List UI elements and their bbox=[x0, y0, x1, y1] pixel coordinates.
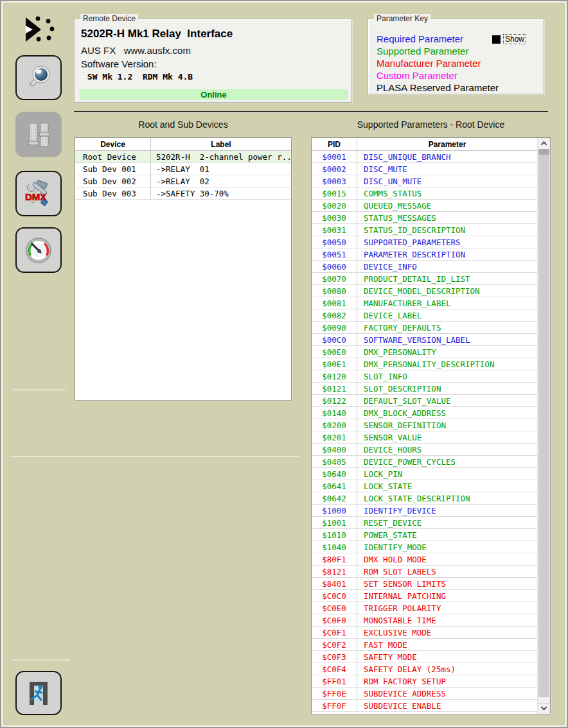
device-row[interactable]: Sub Dev 002->RELAY 02 bbox=[75, 175, 291, 187]
parameter-key-item: Custom Parameter bbox=[377, 69, 499, 82]
parameter-row[interactable]: $0640LOCK_PIN bbox=[312, 468, 537, 480]
pid-cell: $0080 bbox=[312, 285, 357, 297]
parameter-row[interactable]: $0002DISC_MUTE bbox=[312, 163, 537, 175]
parameter-row[interactable]: $00E1DMX_PERSONALITY_DESCRIPTION bbox=[312, 358, 537, 370]
pid-cell: $0050 bbox=[312, 236, 357, 248]
parameter-row[interactable]: $0051PARAMETER_DESCRIPTION bbox=[312, 248, 537, 261]
parameter-name-cell: LOCK_STATE bbox=[357, 481, 537, 491]
parameter-row[interactable]: $C0F0MONOSTABLE TIME bbox=[312, 614, 537, 627]
scrollbar-thumb[interactable] bbox=[538, 149, 549, 697]
parameter-row[interactable]: $1010POWER_STATE bbox=[312, 529, 537, 541]
parameter-name-cell: TRIGGER POLARITY bbox=[357, 603, 537, 613]
pid-cell: $C0E0 bbox=[312, 602, 357, 614]
parameter-row[interactable]: $1001RESET_DEVICE bbox=[312, 517, 537, 529]
parameter-row[interactable]: $1040IDENTIFY_MODE bbox=[312, 541, 537, 553]
parameter-name-cell: FACTORY_DEFAULTS bbox=[357, 323, 537, 333]
meter-button[interactable] bbox=[15, 227, 62, 273]
remote-device-group-title: Remote Device bbox=[80, 14, 138, 23]
parameter-row[interactable]: $0070PRODUCT_DETAIL_ID_LIST bbox=[312, 273, 537, 285]
device-label-cell: ->RELAY 02 bbox=[151, 177, 291, 186]
separator-line bbox=[13, 389, 66, 390]
parameter-row[interactable]: $0405DEVICE_POWER_CYCLES bbox=[312, 456, 537, 468]
parameters-table: PID Parameter $0001DISC_UNIQUE_BRANCH$00… bbox=[311, 137, 551, 715]
parameter-row[interactable]: $0050SUPPORTED_PARAMETERS bbox=[312, 236, 537, 248]
parameter-name-cell: DISC_MUTE bbox=[357, 164, 537, 174]
parameter-row[interactable]: $0122DEFAULT_SLOT_VALUE bbox=[312, 395, 537, 407]
remote-device-group: Remote Device 5202R-H Mk1 Relay Interfac… bbox=[74, 19, 352, 103]
scroll-up-arrow-icon[interactable] bbox=[538, 138, 550, 149]
parameter-row[interactable]: $8401SET SENSOR LIMITS bbox=[312, 578, 537, 590]
parameter-name-cell: SOFTWARE_VERSION_LABEL bbox=[357, 335, 537, 345]
pid-cell: $0405 bbox=[312, 456, 357, 467]
parameter-row[interactable]: $0641LOCK_STATE bbox=[312, 480, 537, 492]
parameter-row[interactable]: $C0C0INTERNAL PATCHING bbox=[312, 590, 537, 602]
pid-cell: $1000 bbox=[312, 505, 357, 516]
parameter-name-cell: SET SENSOR LIMITS bbox=[357, 579, 537, 589]
pid-cell: $1040 bbox=[312, 541, 357, 553]
pid-cell: $8121 bbox=[312, 566, 357, 577]
device-row[interactable]: Sub Dev 001->RELAY 01 bbox=[75, 163, 291, 175]
pid-cell: $0051 bbox=[312, 248, 357, 260]
parameter-row[interactable]: $C0F4SAFETY DELAY (25ms) bbox=[312, 663, 537, 675]
parameter-name-cell: IDENTIFY_DEVICE bbox=[357, 506, 537, 516]
pid-cell: $C0C0 bbox=[312, 590, 357, 602]
parameter-row[interactable]: $0121SLOT_DESCRIPTION bbox=[312, 383, 537, 395]
parameter-name-cell: DEVICE_INFO bbox=[357, 262, 537, 272]
discover-button[interactable] bbox=[15, 55, 62, 100]
dmx-tools-button[interactable]: DMX bbox=[15, 171, 62, 216]
pid-cell: $00E1 bbox=[312, 358, 357, 370]
parameter-row[interactable]: $8121RDM SLOT LABELS bbox=[312, 566, 537, 578]
parameter-row[interactable]: $0080DEVICE_MODEL_DESCRIPTION bbox=[312, 285, 537, 297]
parameter-row[interactable]: $0001DISC_UNIQUE_BRANCH bbox=[312, 151, 537, 163]
exit-button[interactable] bbox=[15, 671, 62, 715]
parameter-name-cell: RDM FACTORY SETUP bbox=[357, 677, 537, 686]
parameter-row[interactable]: $C0F2FAST MODE bbox=[312, 639, 537, 651]
parameter-row[interactable]: $0082DEVICE_LABEL bbox=[312, 309, 537, 322]
parameter-row[interactable]: $0030STATUS_MESSAGES bbox=[312, 212, 537, 224]
parameter-row[interactable]: $C0F3SAFETY MODE bbox=[312, 651, 537, 663]
parameter-row[interactable]: $0140DMX_BLOCK_ADDRESS bbox=[312, 407, 537, 419]
show-checkbox[interactable] bbox=[492, 35, 501, 44]
parameter-row[interactable]: $0060DEVICE_INFO bbox=[312, 261, 537, 273]
parameter-name-cell: IDENTIFY_MODE bbox=[357, 542, 537, 552]
parameters-col-pid: PID bbox=[312, 138, 357, 150]
parameter-row[interactable]: $FF0ESUBDEVICE ADDRESS bbox=[312, 688, 537, 700]
parameter-row[interactable]: $0020QUEUED_MESSAGE bbox=[312, 200, 537, 212]
parameter-row[interactable]: $0400DEVICE_HOURS bbox=[312, 444, 537, 456]
parameter-row[interactable]: $C0F1EXCLUSIVE MODE bbox=[312, 627, 537, 639]
parameter-row[interactable]: $0201SENSOR_VALUE bbox=[312, 431, 537, 444]
pid-cell: $0122 bbox=[312, 395, 357, 406]
parameter-row[interactable]: $FF01RDM FACTORY SETUP bbox=[312, 675, 537, 688]
parameter-row[interactable]: $0015COMMS_STATUS bbox=[312, 187, 537, 200]
parameter-row[interactable]: $FF0FSUBDEVICE ENABLE bbox=[312, 700, 537, 712]
parameter-name-cell: SLOT_INFO bbox=[357, 372, 537, 381]
parameter-key-group: Parameter Key Required ParameterSupporte… bbox=[368, 19, 544, 94]
show-checkbox-label[interactable]: Show bbox=[503, 34, 526, 44]
parameter-row[interactable]: $00C0SOFTWARE_VERSION_LABEL bbox=[312, 334, 537, 346]
parameters-table-header: PID Parameter bbox=[312, 138, 537, 151]
parameter-row[interactable]: $0031STATUS_ID_DESCRIPTION bbox=[312, 224, 537, 236]
parameter-row[interactable]: $0003DISC_UN_MUTE bbox=[312, 175, 537, 187]
scroll-down-arrow-icon[interactable] bbox=[538, 703, 550, 714]
devices-col-device: Device bbox=[75, 138, 151, 150]
parameter-name-cell: DEVICE_HOURS bbox=[357, 445, 537, 455]
parameter-name-cell: INTERNAL PATCHING bbox=[357, 591, 537, 601]
device-row[interactable]: Sub Dev 003->SAFETY 30-70% bbox=[75, 187, 291, 200]
parameter-row[interactable]: $0120SLOT_INFO bbox=[312, 370, 537, 383]
parameter-name-cell: DEVICE_LABEL bbox=[357, 311, 537, 320]
parameter-row[interactable]: $80F1DMX HOLD MODE bbox=[312, 553, 537, 566]
pid-cell: $C0F0 bbox=[312, 614, 357, 626]
pid-cell: $1001 bbox=[312, 517, 357, 528]
pid-cell: $C0F4 bbox=[312, 663, 357, 675]
device-row[interactable]: Root Device5202R-H 2-channel power r... bbox=[75, 151, 291, 163]
parameter-row[interactable]: $1000IDENTIFY_DEVICE bbox=[312, 505, 537, 517]
parameter-row[interactable]: $0200SENSOR_DEFINITION bbox=[312, 419, 537, 431]
parameter-name-cell: SAFETY MODE bbox=[357, 652, 537, 662]
parameter-row[interactable]: $C0E0TRIGGER POLARITY bbox=[312, 602, 537, 614]
parameter-row[interactable]: $0081MANUFACTURER_LABEL bbox=[312, 297, 537, 309]
parameter-row[interactable]: $00E0DMX_PERSONALITY bbox=[312, 346, 537, 358]
parameters-scrollbar[interactable] bbox=[537, 138, 550, 714]
parameter-row[interactable]: $0090FACTORY_DEFAULTS bbox=[312, 322, 537, 334]
parameter-row[interactable]: $0642LOCK_STATE_DESCRIPTION bbox=[312, 492, 537, 505]
parameter-name-cell: MANUFACTURER_LABEL bbox=[357, 299, 537, 308]
